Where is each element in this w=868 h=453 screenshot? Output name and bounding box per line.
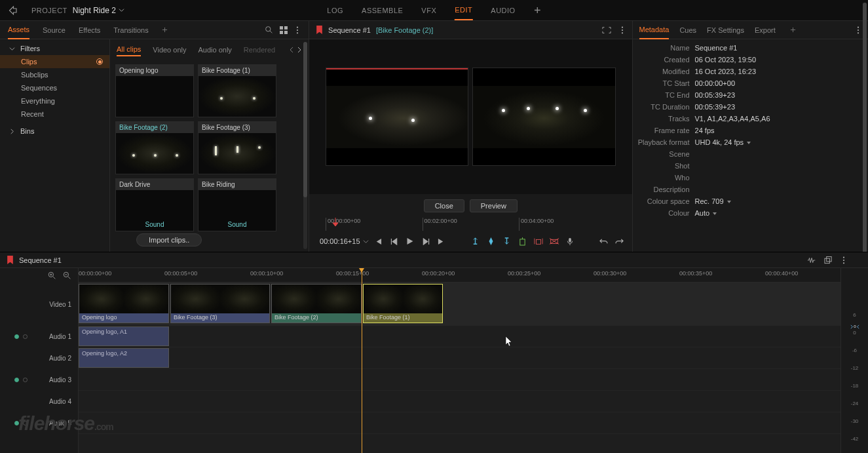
viewer-ruler[interactable]: 00:00:00+00 00:02:00+00 00:04:00+00 — [309, 218, 632, 231]
meter-markers-icon[interactable]: 0 — [850, 324, 860, 330]
preview-button[interactable]: Preview — [470, 199, 518, 212]
timeline-audio-clip[interactable]: Opening logo, A2 — [79, 348, 169, 368]
track-header-audio2[interactable]: Audio 2 — [0, 347, 78, 369]
mark-out-button[interactable] — [501, 235, 513, 247]
filter-everything[interactable]: Everything — [0, 94, 109, 108]
undo-button[interactable] — [598, 235, 610, 247]
timeline-menu-icon[interactable] — [840, 256, 847, 264]
metadata-row[interactable]: TC End00:05:39+23 — [633, 89, 859, 101]
metadata-row[interactable]: Scene — [633, 148, 859, 160]
go-start-button[interactable] — [373, 235, 385, 247]
metadata-value[interactable]: V1, A1,A2,A3,A4,A5,A6 — [695, 115, 859, 123]
tab-audio[interactable]: AUDIO — [491, 1, 515, 20]
timeline-audio-clip[interactable]: Opening logo, A1 — [79, 326, 169, 346]
clip-bike-footage-1[interactable]: Bike Footage (1) — [198, 64, 276, 117]
waveform-icon[interactable] — [807, 256, 816, 264]
prev-icon[interactable] — [289, 47, 294, 53]
viewer-sequence-name[interactable]: Sequence #1 — [328, 26, 371, 34]
track-audio4[interactable] — [79, 391, 840, 412]
bookmark-icon[interactable] — [7, 256, 14, 264]
go-end-button[interactable] — [436, 235, 447, 247]
track-header-audio1[interactable]: Audio 1 — [0, 326, 78, 347]
project-name-dropdown[interactable]: Night Ride 2 — [73, 6, 124, 15]
metadata-row[interactable]: ColourAuto — [633, 207, 859, 219]
track-audio1[interactable]: Opening logo, A1 — [79, 326, 840, 347]
panel-menu-icon[interactable] — [855, 26, 861, 34]
metadata-row[interactable]: TracksV1, A1,A2,A3,A4,A5,A6 — [633, 113, 859, 125]
metadata-row[interactable]: Modified16 Oct 2023, 16:23 — [633, 66, 859, 77]
clip-bike-footage-3[interactable]: Bike Footage (3) — [198, 121, 276, 174]
timecode-display[interactable]: 00:00:16+15 — [320, 237, 368, 245]
zoom-in-icon[interactable] — [48, 271, 56, 280]
metadata-row[interactable]: Shot — [633, 160, 859, 172]
clip-bike-riding[interactable]: Bike RidingSound — [198, 178, 276, 231]
metadata-row[interactable]: Colour spaceRec. 709 — [633, 195, 859, 207]
cliptab-audio[interactable]: Audio only — [198, 44, 231, 56]
grid-view-icon[interactable] — [280, 26, 288, 34]
metadata-row[interactable]: NameSequence #1 — [633, 42, 859, 54]
track-header-audio5[interactable]: Audio 5 — [0, 412, 78, 434]
duplicate-icon[interactable] — [824, 256, 833, 264]
metadata-scrollbar[interactable] — [863, 39, 867, 252]
filter-sequences[interactable]: Sequences — [0, 81, 109, 94]
panel-menu-icon[interactable] — [294, 26, 301, 34]
bins-header[interactable]: Bins — [0, 125, 109, 138]
tab-transitions[interactable]: Transitions — [113, 22, 148, 39]
viewer-frame-right[interactable] — [472, 68, 615, 166]
metadata-row[interactable]: Description — [633, 184, 859, 195]
mark-in-button[interactable] — [470, 235, 481, 247]
redo-button[interactable] — [614, 235, 626, 247]
metadata-value[interactable]: 00:00:00+00 — [695, 79, 859, 87]
insert-button[interactable] — [533, 235, 544, 247]
next-icon[interactable] — [297, 47, 302, 53]
bookmark-icon[interactable] — [316, 26, 323, 34]
metadata-value[interactable]: 00:05:39+23 — [695, 103, 859, 111]
viewer-frame-left[interactable] — [326, 68, 468, 166]
filters-header[interactable]: Filters — [0, 42, 109, 55]
tab-cues[interactable]: Cues — [679, 22, 696, 39]
zoom-out-icon[interactable] — [63, 271, 71, 280]
step-back-button[interactable] — [388, 235, 400, 247]
clip-dark-drive[interactable]: Dark DriveSound — [115, 178, 194, 231]
track-audio3[interactable] — [79, 369, 840, 391]
track-header-video1[interactable]: Video 1 — [0, 283, 78, 326]
track-header-audio4[interactable]: Audio 4 — [0, 391, 78, 412]
metadata-row[interactable]: TC Start00:00:00+00 — [633, 77, 859, 89]
track-audio2[interactable]: Opening logo, A2 — [79, 347, 840, 369]
metadata-row[interactable]: Frame rate24 fps — [633, 125, 859, 136]
viewer-menu-icon[interactable] — [619, 26, 626, 34]
metadata-value[interactable]: Sequence #1 — [695, 44, 859, 52]
metadata-value[interactable]: 24 fps — [695, 127, 859, 134]
cliptab-all[interactable]: All clips — [117, 43, 141, 56]
microphone-button[interactable] — [564, 235, 576, 247]
tab-assets[interactable]: Assets — [8, 21, 29, 39]
timeline-sequence-name[interactable]: Sequence #1 — [19, 256, 62, 264]
metadata-value[interactable]: Rec. 709 — [695, 197, 859, 205]
tab-edit[interactable]: EDIT — [455, 1, 472, 20]
clip-bike-footage-2[interactable]: Bike Footage (2) — [115, 121, 194, 174]
add-tab-icon[interactable] — [534, 7, 541, 14]
import-clips-button[interactable]: Import clips.. — [136, 233, 202, 246]
metadata-row[interactable]: Who — [633, 172, 859, 184]
add-panel-tab-icon[interactable] — [162, 27, 168, 33]
close-button[interactable]: Close — [424, 199, 464, 212]
metadata-value[interactable]: 06 Oct 2023, 19:50 — [695, 56, 859, 64]
metadata-row[interactable]: Playback formatUHD 4k, 24 fps — [633, 136, 859, 148]
viewer-sub-name[interactable]: [Bike Footage (2)] — [376, 26, 433, 34]
tab-vfx[interactable]: VFX — [421, 1, 436, 20]
filter-subclips[interactable]: Subclips — [0, 68, 109, 81]
metadata-value[interactable]: 16 Oct 2023, 16:23 — [695, 68, 859, 75]
filter-clips[interactable]: Clips — [0, 55, 109, 68]
add-tab-icon[interactable] — [790, 27, 796, 33]
timeline-clip[interactable]: Bike Footage (3) — [170, 284, 270, 323]
tab-export[interactable]: Export — [755, 22, 776, 39]
fullscreen-icon[interactable] — [602, 26, 611, 34]
track-header-audio3[interactable]: Audio 3 — [0, 369, 78, 391]
tab-source[interactable]: Source — [43, 22, 66, 39]
search-icon[interactable] — [265, 26, 273, 34]
metadata-value[interactable]: Auto — [695, 209, 859, 217]
timeline-playhead[interactable] — [362, 268, 362, 453]
tab-log[interactable]: LOG — [327, 1, 343, 20]
filter-recent[interactable]: Recent — [0, 108, 109, 121]
tab-effects[interactable]: Effects — [79, 22, 100, 39]
